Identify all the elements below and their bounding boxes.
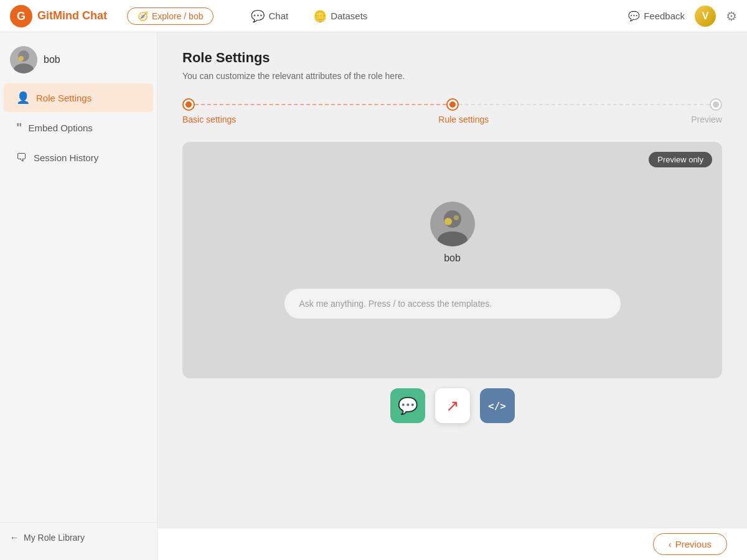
session-history-label: Session History [34, 152, 98, 163]
chat-bubble-icon: 💬 [398, 396, 418, 416]
sidebar: bob 👤 Role Settings " Embed Options 🗨 Se… [0, 32, 157, 560]
step-line-1 [195, 104, 446, 105]
page-subtitle: You can customize the relevant attribute… [182, 71, 722, 81]
footer: ‹ Previous [157, 528, 747, 560]
sidebar-bottom: ← My Role Library [0, 522, 157, 553]
step-circle-preview [710, 98, 722, 111]
chat-nav-label: Chat [268, 11, 288, 21]
datasets-nav-icon: 🪙 [313, 9, 327, 23]
sidebar-user: bob [0, 40, 157, 83]
back-arrow-icon: ← [10, 533, 19, 543]
user-avatar-header[interactable]: V [695, 6, 716, 27]
main-content: Role Settings You can customize the rele… [157, 32, 747, 528]
header: G GitMind Chat 🧭 Explore / bob 💬 Chat 🪙 … [0, 0, 747, 32]
feedback-icon: 💬 [628, 11, 640, 22]
session-history-icon: 🗨 [16, 151, 27, 164]
share-button[interactable]: ↗ [435, 388, 470, 423]
steps-container: Basic settings Rule settings Preview [182, 98, 722, 124]
explore-button[interactable]: 🧭 Explore / bob [127, 7, 214, 25]
chat-placeholder: Ask me anything. Press / to access the t… [299, 299, 492, 309]
embed-options-label: Embed Options [28, 123, 92, 133]
steps-row [182, 98, 722, 111]
settings-icon[interactable]: ⚙ [726, 9, 737, 24]
main-layout: bob 👤 Role Settings " Embed Options 🗨 Se… [0, 32, 747, 560]
chat-bubble-button[interactable]: 💬 [390, 388, 425, 423]
sidebar-nav: 👤 Role Settings " Embed Options 🗨 Sessio… [0, 83, 157, 172]
step-circle-basic [182, 98, 195, 111]
page-title: Role Settings [182, 50, 722, 66]
explore-label: Explore / bob [152, 11, 204, 21]
step-label-basic: Basic settings [182, 114, 236, 124]
previous-label: Previous [675, 539, 712, 549]
svg-point-5 [19, 56, 24, 61]
my-role-library-link[interactable]: ← My Role Library [10, 533, 147, 543]
chat-input-preview[interactable]: Ask me anything. Press / to access the t… [284, 289, 621, 319]
steps-labels: Basic settings Rule settings Preview [182, 114, 722, 124]
role-settings-icon: 👤 [16, 91, 30, 105]
sidebar-avatar [10, 46, 37, 73]
logo-icon: G [10, 5, 32, 27]
share-icon: ↗ [446, 396, 459, 416]
sidebar-username: bob [44, 54, 60, 65]
logo-text: GitMind Chat [37, 9, 107, 22]
feedback-button[interactable]: 💬 Feedback [628, 11, 685, 22]
code-icon: </> [488, 400, 506, 412]
step-circle-rule [446, 98, 459, 111]
sidebar-item-embed-options[interactable]: " Embed Options [4, 113, 153, 142]
svg-text:G: G [17, 10, 26, 22]
step-label-rule: Rule settings [438, 114, 489, 124]
svg-point-9 [444, 218, 452, 225]
chat-nav-icon: 💬 [251, 9, 265, 23]
sidebar-item-role-settings[interactable]: 👤 Role Settings [4, 83, 153, 112]
logo-area: G GitMind Chat [10, 5, 107, 27]
sidebar-item-session-history[interactable]: 🗨 Session History [4, 144, 153, 172]
step-label-preview: Preview [691, 114, 722, 124]
nav-item-datasets[interactable]: 🪙 Datasets [301, 4, 380, 28]
svg-point-10 [454, 215, 459, 220]
embed-options-icon: " [16, 121, 22, 135]
main-panel: Role Settings You can customize the rele… [157, 32, 747, 560]
preview-avatar-wrapper: bob [430, 202, 475, 264]
header-right: 💬 Feedback V ⚙ [628, 6, 737, 27]
step-line-2 [459, 104, 710, 105]
code-button[interactable]: </> [480, 388, 515, 423]
preview-name: bob [444, 253, 461, 264]
datasets-nav-label: Datasets [331, 11, 367, 21]
preview-only-badge: Preview only [649, 152, 712, 167]
preview-card: Preview only bob Ask me anyt [182, 142, 722, 378]
previous-icon: ‹ [669, 539, 672, 549]
role-settings-label: Role Settings [36, 93, 92, 103]
nav-item-chat[interactable]: 💬 Chat [238, 4, 301, 28]
main-nav: 💬 Chat 🪙 Datasets [238, 4, 380, 28]
preview-icons: 💬 ↗ </> [182, 378, 722, 428]
my-role-library-label: My Role Library [24, 533, 85, 543]
feedback-label: Feedback [644, 11, 685, 21]
previous-button[interactable]: ‹ Previous [653, 533, 727, 555]
explore-icon: 🧭 [138, 11, 148, 21]
preview-avatar [430, 202, 475, 246]
